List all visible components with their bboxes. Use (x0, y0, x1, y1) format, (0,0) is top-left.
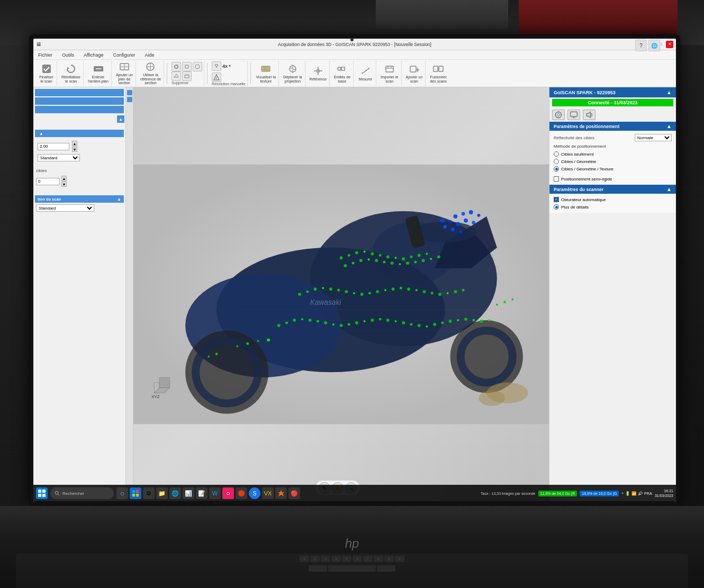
plus-details-row[interactable]: Plus de détails (554, 203, 672, 211)
help-button[interactable]: ? (635, 40, 647, 51)
taskbar-app-10[interactable]: S (249, 487, 260, 499)
tray-volume[interactable]: 🔊 (638, 491, 643, 496)
cibles-up-btn[interactable]: ▲ (61, 176, 67, 181)
menu-fichier[interactable]: Fichier (36, 52, 55, 58)
resolution-btn2[interactable] (212, 73, 221, 82)
supprimer-label: Supprimer (172, 81, 202, 85)
supprimer-btn3[interactable] (193, 62, 202, 71)
taskbar-app-11[interactable]: VX (262, 487, 274, 499)
key-shift-left[interactable] (309, 565, 327, 572)
key-0[interactable]: 0 (395, 556, 404, 562)
taskbar-app-9[interactable] (236, 487, 247, 499)
resolution-down-btn[interactable]: ▼ (72, 147, 77, 152)
key-space[interactable] (328, 565, 376, 572)
svg-point-101 (277, 324, 281, 327)
toolbar-reference[interactable]: Référence (307, 61, 330, 86)
semi-rigide-row[interactable]: Positionnement semi-rigide (554, 175, 672, 183)
scanner-target-btn[interactable] (552, 110, 565, 120)
supprimer-btn1[interactable] (172, 62, 181, 71)
svg-point-89 (376, 290, 379, 293)
key-shift-right[interactable] (377, 565, 395, 572)
toolbar-utiliser-ref[interactable]: Utiliser laréférence desection (138, 61, 164, 86)
globe-button[interactable]: 🌐 (648, 40, 660, 51)
taskbar-app-3[interactable]: 📁 (156, 487, 168, 499)
svg-point-138 (453, 214, 457, 219)
key-7[interactable]: 7 (363, 556, 373, 562)
cibles-down-btn[interactable]: ▼ (61, 182, 67, 187)
resolution-up-btn[interactable]: ▲ (72, 141, 77, 146)
supprimer-btn5[interactable] (182, 71, 192, 81)
resolution-down-btn[interactable]: ▽ (212, 61, 221, 71)
taskbar-clock[interactable]: 16:21 31/03/2023 (655, 489, 673, 498)
taskbar-app-13[interactable]: 🔴 (288, 487, 300, 499)
toolbar-ajouter-plan[interactable]: Ajouter unplan desection (113, 61, 136, 86)
menu-configurer[interactable]: Configurer (111, 52, 137, 58)
taskbar-app-6[interactable]: 📝 (196, 487, 207, 499)
taskbar-app-8[interactable]: O (222, 487, 234, 499)
supprimer-btn2[interactable] (182, 62, 192, 71)
taskbar: Rechercher ○ ⚙ 📁 🌐 📊 📝 W O (33, 485, 676, 502)
menu-affichage[interactable]: Affichage (82, 52, 105, 58)
reflectivity-select[interactable]: Normale Haute Basse (635, 134, 672, 141)
taskbar-app-4[interactable]: 🌐 (169, 487, 181, 499)
supprimer-btn4[interactable] (172, 71, 181, 81)
screen-bezel: 🖥 Acquisition de données 3D - GoISCAN SP… (29, 34, 680, 506)
rotation-collapse[interactable]: ▲ (117, 197, 121, 202)
scanner-monitor-btn[interactable] (567, 110, 580, 120)
svg-point-119 (418, 324, 421, 327)
taskbar-search[interactable]: Rechercher (50, 487, 114, 499)
key-5[interactable]: 5 (342, 556, 351, 562)
laptop-body: 🖥 Acquisition de données 3D - GoISCAN SP… (0, 0, 704, 588)
radio-cibles-seulement[interactable]: Cibles seulement (554, 150, 672, 158)
key-3[interactable]: 3 (321, 556, 330, 562)
svg-point-55 (348, 254, 350, 257)
menu-aide[interactable]: Aide (142, 52, 156, 58)
radio-label-2: Cibles / Géométrie (561, 159, 596, 164)
scanner-speaker-btn[interactable] (583, 110, 595, 120)
toolbar-projection[interactable]: Déplacer laprojection (281, 61, 305, 86)
key-8[interactable]: 8 (374, 556, 383, 562)
taskbar-app-12[interactable] (275, 487, 287, 499)
svg-point-73 (399, 263, 401, 265)
toolbar-importer[interactable]: Importer lescan (378, 61, 401, 86)
tray-arrow[interactable]: ^ (621, 491, 624, 496)
key-4[interactable]: 4 (331, 556, 341, 562)
resolution-dropdown[interactable]: ▾ (229, 64, 231, 68)
menu-outils[interactable]: Outils (60, 52, 76, 58)
toolbar-fusionner[interactable]: Fusionnerdes scans (427, 61, 449, 86)
scanner-params-collapse-btn[interactable]: ▲ (666, 186, 672, 192)
obturateur-row[interactable]: Obturateur automatique (554, 196, 672, 203)
taskbar-app-1[interactable] (130, 487, 141, 499)
toolbar-texture[interactable]: Visualiser latexture (254, 61, 279, 86)
resolution-input[interactable] (38, 143, 69, 150)
toolbar-mesurer[interactable]: Mesurer (355, 61, 376, 86)
taskbar-cortana[interactable]: ○ (116, 487, 128, 499)
radio-cibles-geometrie[interactable]: Cibles / Géométrie (554, 158, 672, 165)
toolbar-entites[interactable]: Entités debase (331, 61, 354, 86)
toolbar-enlever-bg[interactable]: Enleverl'arrière-plan (85, 61, 112, 86)
key-6[interactable]: 6 (353, 556, 362, 562)
scanner-collapse-btn[interactable]: ▲ (666, 89, 672, 95)
radio-cibles-geo-texture[interactable]: Cibles / Géométrie / Texture (554, 165, 672, 173)
key-2[interactable]: 2 (310, 556, 320, 562)
key-9[interactable]: 9 (384, 556, 394, 562)
close-button[interactable]: ✕ (666, 41, 673, 48)
language-indicator[interactable]: FRA (644, 491, 652, 496)
positioning-collapse-btn[interactable]: ▲ (666, 123, 672, 129)
taskbar-app-7[interactable]: W (209, 487, 221, 499)
start-button[interactable] (36, 487, 48, 499)
sep3 (250, 63, 251, 84)
cibles-input[interactable] (36, 178, 60, 185)
svg-point-134 (503, 301, 506, 303)
left-collapse-btn-2[interactable]: ▲ (38, 130, 45, 137)
toolbar-ajouter-scan[interactable]: Ajouter unscan (403, 61, 426, 86)
key-1[interactable]: 1 (300, 556, 309, 562)
taskbar-app-2[interactable]: ⚙ (143, 487, 155, 499)
toolbar-finaliser[interactable]: Finaliserle scan (36, 61, 57, 86)
rotation-select[interactable]: Standard (36, 204, 94, 212)
toolbar-reinitialiser[interactable]: Réinitialiserle scan (59, 61, 84, 86)
left-collapse-btn[interactable]: ▲ (117, 115, 124, 123)
type-select[interactable]: Standard (38, 154, 80, 161)
reinitialiser-label: Réinitialiserle scan (61, 75, 80, 83)
taskbar-app-5[interactable]: 📊 (183, 487, 194, 499)
